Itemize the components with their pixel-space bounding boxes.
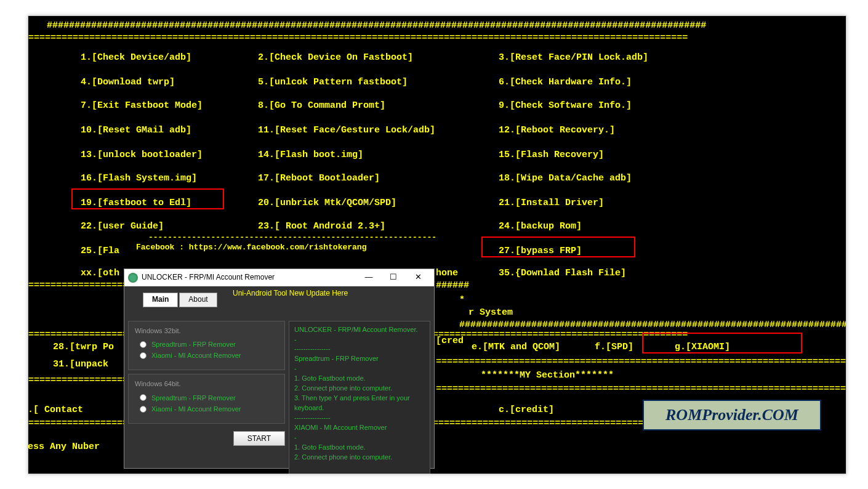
watermark-badge: ROMProvider.COM — [643, 400, 821, 430]
press-any: ress Any Nuber — [28, 441, 100, 453]
update-banner[interactable]: Uni-Android Tool New Update Here — [233, 289, 348, 299]
menu-5[interactable]: 5.[unlcok Pattern fastboot] — [258, 76, 408, 89]
highlight-19 — [71, 188, 224, 209]
menu-22[interactable]: 22.[user Guide] — [81, 220, 164, 233]
radio-icon — [140, 406, 147, 413]
frag-cred: [cred — [436, 335, 464, 347]
window-title: UNLOCKER - FRP/MI Account Remover — [142, 273, 356, 283]
hash-bar-top: ########################################… — [47, 20, 736, 32]
dash-5: ========================================… — [28, 374, 133, 387]
menu-11[interactable]: 11.[Reset Face/Gesture Lock/adb] — [258, 124, 435, 137]
app-icon — [128, 273, 138, 283]
dash-2: ========================================… — [28, 280, 133, 292]
radio-icon — [140, 394, 147, 401]
menu-2[interactable]: 2.[Check Device On Fastboot] — [258, 52, 413, 64]
close-button[interactable]: ✕ — [406, 270, 430, 286]
hash-small: ###### — [436, 280, 469, 292]
menu-10[interactable]: 10.[Reset GMail adb] — [81, 124, 191, 137]
left-panel: Windows 32bit. Spreadtrum - FRP Remover … — [128, 321, 285, 474]
minimize-button[interactable]: — — [356, 270, 381, 286]
menu-12[interactable]: 12.[Reboot Recovery.] — [499, 124, 615, 137]
tab-main[interactable]: Main — [143, 293, 178, 307]
radio-icon — [140, 341, 147, 348]
frag-star: * — [459, 294, 465, 307]
menu-6[interactable]: 6.[Check Hardware Info.] — [499, 76, 632, 89]
opt-a[interactable]: a.[ Contact — [28, 404, 83, 416]
menu-17[interactable]: 17.[Reboot Bootloader] — [258, 172, 380, 185]
menu-24[interactable]: 24.[backup Rom] — [499, 220, 582, 233]
terminal-window: ########################################… — [28, 16, 846, 474]
frag-hone: hone — [436, 267, 458, 280]
titlebar[interactable]: UNLOCKER - FRP/MI Account Remover — ☐ ✕ — [124, 269, 434, 286]
menu-21[interactable]: 21.[Install Driver] — [499, 197, 604, 209]
unlocker-dialog: UNLOCKER - FRP/MI Account Remover — ☐ ✕ … — [124, 269, 435, 469]
dash-6: ========================================… — [436, 383, 846, 395]
start-button[interactable]: START — [233, 431, 285, 446]
group-32bit: Windows 32bit. Spreadtrum - FRP Remover … — [128, 321, 285, 371]
my-section: *******MY Section******* — [481, 370, 614, 382]
radio-icon — [140, 352, 147, 359]
menu-9[interactable]: 9.[Check Software Info.] — [499, 100, 632, 112]
menu-35[interactable]: 35.{Downlad Flash File] — [499, 267, 626, 280]
menu-15[interactable]: 15.[Flash Recovery] — [499, 149, 604, 161]
tab-about[interactable]: About — [179, 293, 217, 307]
dialog-body: Uni-Android Tool New Update Here Main Ab… — [124, 286, 434, 468]
highlight-27 — [481, 236, 635, 257]
highlight-g — [642, 333, 802, 354]
radio-32-spreadtrum[interactable]: Spreadtrum - FRP Remover — [140, 340, 278, 349]
opt-f[interactable]: f.[SPD] — [595, 341, 633, 354]
log-panel: UNLOCKER - FRP/MI Account Remover. - ---… — [289, 321, 430, 474]
menu-1[interactable]: 1.[Check Device/adb] — [81, 52, 191, 64]
menu-20[interactable]: 20.[unbrick Mtk/QCOM/SPD] — [258, 197, 396, 209]
dash-mid: ----------------------------------------… — [148, 233, 438, 243]
screenshot-frame: ########################################… — [28, 15, 846, 474]
menu-13[interactable]: 13.[unlock bootloader] — [81, 149, 203, 161]
facebook-link[interactable]: Facebook : https://www.facebook.com/rish… — [136, 243, 366, 253]
menu-8[interactable]: 8.[Go To Command Promt] — [258, 100, 385, 112]
maximize-button[interactable]: ☐ — [381, 270, 406, 286]
menu-16[interactable]: 16.[Flash System.img] — [81, 172, 197, 185]
radio-32-xiaomi[interactable]: Xiaomi - MI Account Remover — [140, 351, 278, 360]
menu-4[interactable]: 4.[Download twrp] — [81, 76, 175, 89]
menu-18[interactable]: 18.[Wipe Data/Cache adb] — [499, 172, 632, 185]
menu-3[interactable]: 3.[Reset Face/PIN Lock.adb] — [499, 52, 648, 64]
menu-xx[interactable]: xx.[oth — [81, 267, 119, 280]
menu-28[interactable]: 28.[twrp Po — [53, 341, 114, 354]
menu-23[interactable]: 23.[ Root Android 2.3+] — [258, 220, 385, 233]
opt-e[interactable]: e.[MTK and QCOM] — [472, 341, 560, 354]
dash-bar-1: ========================================… — [28, 32, 846, 44]
frag-rsystem: r System — [468, 307, 513, 319]
radio-64-xiaomi[interactable]: Xiaomi - MI Account Remover — [140, 405, 278, 413]
opt-c[interactable]: c.[credit] — [499, 404, 554, 416]
group-64-title: Windows 64bit. — [135, 379, 278, 388]
menu-25[interactable]: 25.[Fla — [81, 245, 119, 257]
group-32-title: Windows 32bit. — [135, 326, 278, 335]
dash-4: ========================================… — [436, 356, 846, 368]
menu-14[interactable]: 14.[Flash boot.img] — [258, 149, 363, 161]
group-64bit: Windows 64bit. Spreadtrum - FRP Remover … — [128, 374, 285, 424]
menu-31[interactable]: 31.[unpack — [53, 358, 108, 371]
radio-64-spreadtrum[interactable]: Spreadtrum - FRP Remover — [140, 394, 278, 402]
menu-7[interactable]: 7.[Exit Fastboot Mode] — [81, 100, 203, 112]
